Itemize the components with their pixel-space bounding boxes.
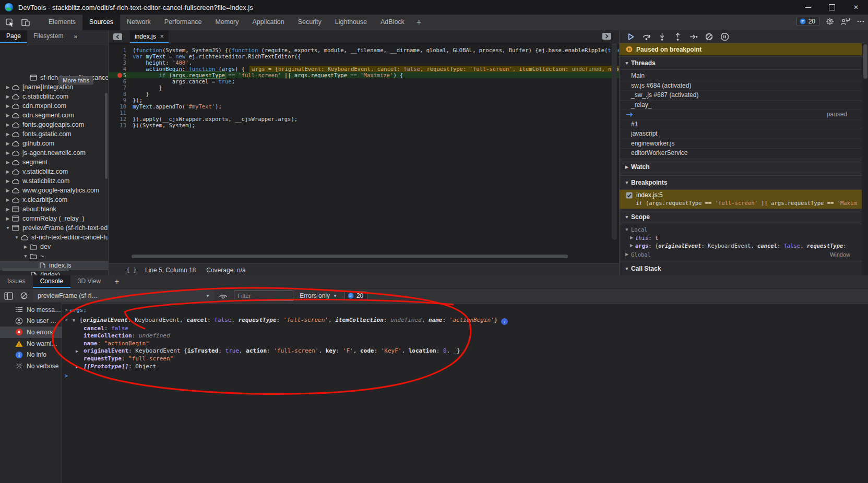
- devtools-tab-elements[interactable]: Elements: [42, 15, 82, 30]
- pause-on-exceptions-icon[interactable]: [720, 32, 729, 41]
- live-expression-eye-icon[interactable]: [219, 293, 228, 299]
- thread-row--relay-[interactable]: _relay_: [620, 100, 862, 111]
- scope-args-row[interactable]: ▶ args: {originalEvent: KeyboardEvent, c…: [620, 242, 862, 249]
- tree-item-cdn-mxpnl-com[interactable]: ▶cdn.mxpnl.com: [0, 101, 108, 111]
- console-tab-3d-view[interactable]: 3D View: [70, 275, 108, 288]
- minimize-button[interactable]: [796, 0, 820, 15]
- line-number[interactable]: 9: [109, 97, 133, 103]
- chevron-down-icon[interactable]: ▼: [4, 225, 11, 231]
- tree-item-www-google-analytics-com[interactable]: ▶www.google-analytics.com: [0, 186, 108, 195]
- tab-filesystem[interactable]: Filesystem: [27, 30, 69, 43]
- chevron-right-icon[interactable]: ▶: [4, 178, 11, 184]
- console-tab-console[interactable]: Console: [33, 275, 70, 288]
- line-number[interactable]: 4: [109, 66, 133, 72]
- devtools-tab-lighthouse[interactable]: Lighthouse: [328, 15, 374, 30]
- add-panel-tab-button[interactable]: +: [411, 15, 426, 30]
- code-line-9[interactable]: 9});: [109, 97, 619, 103]
- line-number[interactable]: 8: [109, 91, 133, 97]
- console-filter-no-messa-[interactable]: No messa…: [0, 304, 62, 316]
- tree-item-fonts-googleapis-com[interactable]: ▶fonts.googleapis.com: [0, 120, 108, 129]
- deactivate-breakpoints-icon[interactable]: [705, 32, 714, 41]
- step-out-icon[interactable]: [673, 32, 682, 41]
- object-property-row[interactable]: name: "actionBegin": [62, 340, 868, 348]
- line-number[interactable]: 6: [109, 78, 133, 84]
- tree-item-github-com[interactable]: ▶github.com: [0, 139, 108, 148]
- devtools-tab-performance[interactable]: Performance: [158, 15, 209, 30]
- thread-row-editorworkerservice[interactable]: editorWorkerService: [620, 148, 862, 159]
- console-output[interactable]: >args;<▼{originalEvent: KeyboardEvent, c…: [62, 303, 868, 483]
- chevron-right-icon[interactable]: ▶: [4, 160, 11, 165]
- tree-item-segment[interactable]: ▶segment: [0, 158, 108, 167]
- console-input-echo[interactable]: >args;: [62, 307, 868, 315]
- tree-item-dev[interactable]: ▶dev: [0, 242, 108, 251]
- step-icon[interactable]: [689, 32, 698, 41]
- devtools-tab-adblock[interactable]: AdBlock: [374, 15, 411, 30]
- code-line-1[interactable]: 1(function(System, SystemJS) {(function …: [109, 47, 619, 53]
- console-prompt[interactable]: >: [62, 372, 868, 380]
- console-result-object[interactable]: <▼{originalEvent: KeyboardEvent, cancel:…: [62, 317, 868, 325]
- code-line-4[interactable]: 4 actionBegin: function (args) { args = …: [109, 66, 619, 72]
- console-tab-issues[interactable]: Issues: [0, 275, 33, 288]
- chevron-right-icon[interactable]: ▶: [4, 131, 11, 137]
- code-line-3[interactable]: 3 height: '400',: [109, 59, 619, 66]
- tree-item-fonts-gstatic-com[interactable]: ▶fonts.gstatic.com: [0, 129, 108, 139]
- code-line-11[interactable]: 11: [109, 110, 619, 116]
- checkbox-checked-icon[interactable]: [626, 192, 633, 199]
- watch-section-header[interactable]: ▶ Watch: [620, 160, 862, 174]
- breakpoint-entry[interactable]: index.js:5 if (args.requestType == 'full…: [620, 190, 862, 209]
- object-property-row[interactable]: ▶originalEvent: KeyboardEvent {isTrusted…: [62, 347, 868, 355]
- code-line-10[interactable]: 10myText.appendTo('#myText');: [109, 103, 619, 110]
- inspect-cursor-icon[interactable]: [5, 18, 15, 27]
- line-number[interactable]: 2: [109, 53, 133, 59]
- devtools-tab-memory[interactable]: Memory: [208, 15, 245, 30]
- thread-row-current[interactable]: paused: [620, 110, 862, 120]
- tree-item-v-staticblitz-com[interactable]: ▶v.staticblitz.com: [0, 167, 108, 176]
- editor-tab-indexjs[interactable]: index.js ×: [130, 30, 169, 43]
- breakpoint-dot-icon[interactable]: [117, 73, 122, 78]
- tree-item-cdn-segment-com[interactable]: ▶cdn.segment.com: [0, 111, 108, 120]
- line-number[interactable]: 11: [109, 110, 133, 116]
- settings-gear-icon[interactable]: [826, 17, 834, 26]
- chevron-right-icon[interactable]: ▶: [4, 169, 11, 174]
- thread-row-main[interactable]: Main: [620, 71, 862, 81]
- chevron-right-icon[interactable]: ▶: [4, 197, 11, 202]
- object-property-row[interactable]: ▶[[Prototype]]: Object: [62, 363, 868, 371]
- resume-icon[interactable]: [626, 32, 635, 41]
- debugger-scrollbar[interactable]: [862, 43, 868, 275]
- object-info-icon[interactable]: i: [501, 318, 508, 325]
- scope-this-row[interactable]: ▶ this: t: [620, 234, 862, 242]
- console-filter-input[interactable]: [234, 291, 293, 301]
- chevron-right-icon[interactable]: ▶: [4, 103, 11, 108]
- object-property-row[interactable]: cancel: false: [62, 325, 868, 333]
- tree-item-x-clearbitjs-com[interactable]: ▶x.clearbitjs.com: [0, 195, 108, 204]
- code-viewport[interactable]: 1(function(System, SystemJS) {(function …: [109, 43, 619, 259]
- console-filter-no-errors[interactable]: No errors: [0, 327, 62, 338]
- chevron-down-icon[interactable]: ▼: [13, 235, 20, 240]
- line-number[interactable]: 7: [109, 84, 133, 91]
- chevron-right-icon[interactable]: ▶: [22, 244, 29, 249]
- device-toolbar-icon[interactable]: [21, 18, 30, 27]
- chevron-right-icon[interactable]: ▶: [4, 216, 11, 221]
- console-filter-no-user-[interactable]: No user …: [0, 316, 62, 327]
- object-property-row[interactable]: itemCollection: undefined: [62, 332, 868, 340]
- console-sidebar-toggle-icon[interactable]: [4, 292, 13, 300]
- chevron-right-icon[interactable]: ▶: [4, 150, 11, 155]
- tree-item-sf-rich-text-editor-cancel-fullscre[interactable]: ▼sf-rich-text-editor-cancel-fullscre: [0, 233, 108, 242]
- thread-row-javascript[interactable]: javascript: [620, 129, 862, 139]
- line-number[interactable]: 3: [109, 59, 133, 66]
- tab-page[interactable]: Page: [0, 30, 27, 43]
- tree-item-previewframe-sf-rich-text-editor-c[interactable]: ▼previewFrame (sf-rich-text-editor-c: [0, 223, 108, 233]
- line-number[interactable]: 13: [109, 122, 133, 128]
- code-line-13[interactable]: 13})(System, System);: [109, 122, 619, 128]
- threads-section-header[interactable]: ▼ Threads: [620, 56, 862, 70]
- chevron-right-icon[interactable]: ▶: [76, 347, 78, 355]
- step-over-icon[interactable]: [642, 32, 651, 41]
- code-line-12[interactable]: 12}).apply(__cjsWrapper.exports, __cjsWr…: [109, 116, 619, 122]
- console-messages-badge[interactable]: 20: [344, 291, 367, 300]
- code-line-8[interactable]: 8 }: [109, 91, 619, 97]
- chevron-down-icon[interactable]: ▼: [22, 253, 29, 259]
- scope-global-row[interactable]: ▶ Global Window: [620, 250, 862, 259]
- tree-item-c-staticblitz-com[interactable]: ▶c.staticblitz.com: [0, 92, 108, 101]
- tree-horizontal-scrollbar[interactable]: [2, 268, 69, 271]
- feedback-icon[interactable]: [840, 17, 850, 26]
